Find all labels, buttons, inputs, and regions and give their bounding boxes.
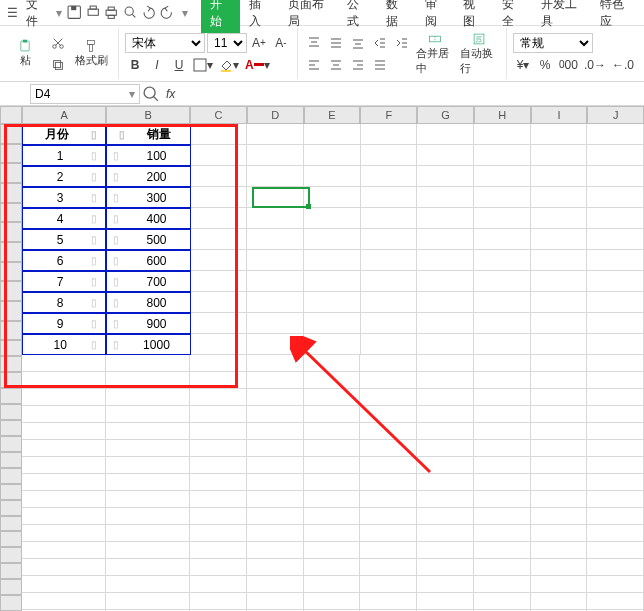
cell[interactable] [106,491,190,508]
decrease-indent-button[interactable] [370,33,390,53]
cell[interactable] [247,187,304,208]
column-header[interactable]: F [360,106,417,124]
cell[interactable] [304,187,361,208]
cell[interactable]: 销量▯ [106,124,190,145]
cell[interactable] [474,406,531,423]
cell[interactable] [247,208,304,229]
cell[interactable] [474,313,531,334]
cell[interactable] [304,508,361,525]
cell[interactable] [304,229,361,250]
cell[interactable] [531,208,588,229]
cell[interactable] [247,166,304,187]
cell[interactable]: 5▯ [22,229,106,250]
cell[interactable] [247,593,304,610]
column-header[interactable]: H [474,106,531,124]
cell[interactable] [417,292,474,313]
cell[interactable] [22,559,106,576]
cell[interactable] [191,334,248,355]
formula-input[interactable] [179,84,644,104]
qat-dropdown-icon[interactable]: ▾ [177,4,193,22]
cell[interactable] [474,166,531,187]
cell[interactable] [304,593,361,610]
column-header[interactable]: E [304,106,361,124]
cell[interactable] [417,542,474,559]
fill-color-button[interactable]: ▾ [217,55,241,75]
cell[interactable]: 4▯ [22,208,106,229]
cell[interactable] [22,525,106,542]
cell[interactable] [531,491,588,508]
cell[interactable] [531,292,588,313]
cell[interactable] [361,145,418,166]
cell[interactable] [531,423,588,440]
cell[interactable] [417,593,474,610]
cell[interactable] [22,542,106,559]
column-header[interactable]: C [190,106,247,124]
qat-redo-icon[interactable] [159,4,175,22]
row-header[interactable] [0,203,22,223]
row-header[interactable] [0,579,22,595]
cell[interactable] [361,124,418,145]
cell[interactable] [587,372,644,389]
cell[interactable] [106,457,190,474]
row-header[interactable] [0,183,22,203]
cell[interactable] [474,576,531,593]
cell[interactable]: ▯800 [106,292,190,313]
cell[interactable] [587,271,644,292]
qat-preview-icon[interactable] [122,4,138,22]
cell[interactable] [361,334,418,355]
align-left-button[interactable] [304,55,324,75]
cell[interactable] [587,559,644,576]
increase-decimal-button[interactable]: .0→ [582,55,608,75]
cell[interactable] [474,372,531,389]
cell[interactable] [247,292,304,313]
cell[interactable] [531,542,588,559]
cell[interactable] [587,593,644,610]
cell[interactable] [417,474,474,491]
cell[interactable] [361,208,418,229]
cell[interactable] [247,372,304,389]
cell[interactable]: ▯300 [106,187,190,208]
cell[interactable] [190,457,247,474]
cell[interactable] [304,457,361,474]
row-header[interactable] [0,595,22,611]
cell[interactable] [106,508,190,525]
name-box-dropdown-icon[interactable]: ▾ [129,87,135,101]
cell[interactable] [531,187,588,208]
cell[interactable] [247,508,304,525]
cell[interactable] [304,559,361,576]
cell[interactable] [587,440,644,457]
decrease-font-button[interactable]: A- [271,33,291,53]
file-menu[interactable]: 文件 [26,0,48,30]
cell[interactable] [22,576,106,593]
cell[interactable] [474,457,531,474]
cell[interactable] [587,229,644,250]
cell[interactable] [22,593,106,610]
cell[interactable] [361,166,418,187]
zoom-selection-icon[interactable] [140,83,162,105]
cell[interactable] [474,508,531,525]
cell[interactable] [304,389,361,406]
cell[interactable] [361,229,418,250]
merge-center-button[interactable]: 合并居中 [414,30,456,78]
row-header[interactable] [0,420,22,436]
cell[interactable] [417,491,474,508]
cell[interactable] [247,250,304,271]
cell[interactable] [106,372,190,389]
cell[interactable] [106,406,190,423]
cell[interactable] [106,474,190,491]
cell[interactable] [304,491,361,508]
cell[interactable] [247,271,304,292]
cell[interactable] [190,525,247,542]
cell[interactable] [304,166,361,187]
cell[interactable] [417,525,474,542]
cell[interactable] [304,372,361,389]
cell[interactable] [587,508,644,525]
percent-button[interactable]: % [535,55,555,75]
cell[interactable] [531,355,588,372]
row-header[interactable] [0,500,22,516]
cell[interactable] [587,474,644,491]
cell[interactable] [474,124,531,145]
cell[interactable] [304,406,361,423]
cell[interactable] [190,474,247,491]
cell[interactable] [22,491,106,508]
